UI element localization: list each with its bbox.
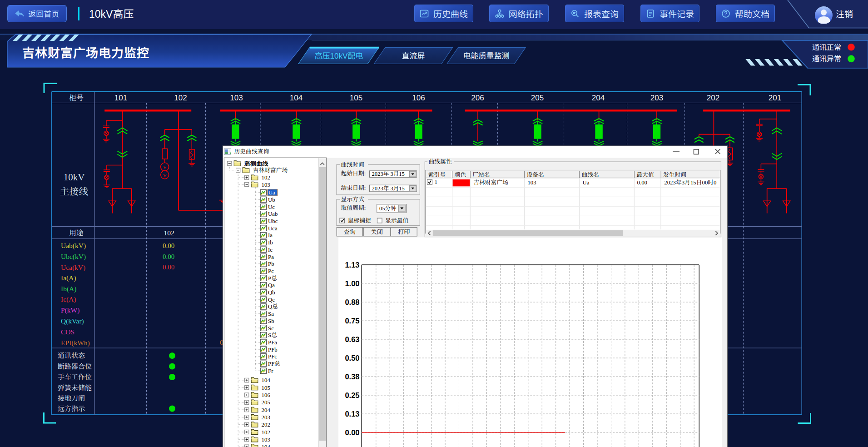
svg-text:手车工作位: 手车工作位 [58, 373, 92, 381]
svg-text:103: 103 [262, 437, 270, 443]
svg-text:远方指示: 远方指示 [58, 405, 85, 412]
svg-text:203: 203 [650, 94, 663, 102]
svg-text:起始日期:: 起始日期: [341, 170, 366, 177]
svg-text:显示最值: 显示最值 [385, 218, 408, 224]
svg-text:历史曲线查询: 历史曲线查询 [234, 149, 269, 155]
svg-text:接地刀闸: 接地刀闸 [58, 395, 85, 402]
svg-text:显示方式: 显示方式 [341, 196, 364, 203]
svg-text:0.00: 0.00 [345, 428, 359, 437]
svg-text:Ic: Ic [268, 247, 273, 253]
svg-text:颜色: 颜色 [455, 172, 466, 178]
svg-text:Sa: Sa [268, 311, 274, 317]
svg-text:Pc: Pc [268, 268, 274, 274]
svg-text:104: 104 [262, 377, 271, 383]
svg-text:102: 102 [262, 174, 270, 181]
svg-text:104: 104 [290, 94, 303, 102]
svg-text:曲线名: 曲线名 [581, 172, 599, 178]
svg-text:106: 106 [262, 392, 271, 398]
svg-text:1: 1 [435, 179, 437, 185]
svg-text:10kV: 10kV [64, 172, 85, 183]
svg-text:Ubc: Ubc [268, 218, 278, 224]
svg-text:吉林财富广场: 吉林财富广场 [473, 179, 508, 186]
svg-text:106: 106 [412, 94, 425, 102]
svg-text:2023年 3月15: 2023年 3月15 [372, 171, 405, 177]
svg-text:Qb: Qb [268, 289, 275, 296]
svg-text:V: V [163, 173, 167, 178]
svg-text:Ub: Ub [268, 197, 275, 203]
svg-text:0.63: 0.63 [345, 335, 359, 343]
svg-text:205: 205 [531, 94, 544, 102]
svg-text:105: 105 [262, 385, 270, 391]
svg-text:0.00: 0.00 [637, 179, 647, 186]
svg-text:Ib: Ib [268, 239, 273, 246]
svg-text:厂站名: 厂站名 [472, 172, 490, 178]
svg-text:结束日期:: 结束日期: [341, 185, 366, 191]
svg-text:1.00: 1.00 [345, 279, 359, 288]
svg-text:0.25: 0.25 [345, 391, 359, 399]
svg-text:查询: 查询 [344, 228, 356, 235]
svg-text:0.50: 0.50 [345, 354, 359, 362]
svg-text:Qc: Qc [268, 297, 275, 303]
svg-text:105: 105 [350, 94, 362, 102]
svg-text:遥测曲线: 遥测曲线 [244, 160, 269, 167]
svg-text:Q(kVar): Q(kVar) [61, 317, 84, 325]
svg-text:204: 204 [592, 94, 605, 102]
svg-text:201: 201 [769, 94, 781, 102]
svg-text:0.75: 0.75 [345, 317, 359, 325]
svg-text:0.13: 0.13 [345, 410, 359, 418]
svg-text:Fr: Fr [268, 368, 273, 374]
svg-text:203: 203 [262, 414, 270, 421]
svg-text:Ua: Ua [582, 179, 589, 186]
svg-text:通讯状态: 通讯状态 [58, 352, 85, 359]
svg-text:P(kW): P(kW) [61, 306, 79, 314]
svg-text:1.13: 1.13 [345, 261, 359, 269]
svg-text:Qa: Qa [268, 282, 275, 288]
svg-text:Uab(kV): Uab(kV) [61, 242, 86, 250]
svg-text:通讯正常: 通讯正常 [812, 44, 841, 51]
svg-text:曲线时间: 曲线时间 [341, 162, 364, 168]
svg-text:直流屏: 直流屏 [402, 52, 425, 60]
svg-text:05分钟: 05分钟 [379, 205, 397, 212]
svg-text:PFb: PFb [268, 347, 278, 353]
svg-text:关闭: 关闭 [371, 228, 383, 235]
svg-text:102: 102 [174, 94, 187, 102]
svg-text:发生时间: 发生时间 [663, 172, 686, 178]
svg-text:0.00: 0.00 [163, 263, 174, 271]
svg-text:Uca(kV): Uca(kV) [61, 263, 85, 272]
svg-text:PFa: PFa [268, 339, 277, 346]
svg-text:V: V [163, 164, 167, 170]
svg-text:Uc: Uc [268, 204, 275, 210]
svg-text:102: 102 [164, 229, 174, 237]
svg-text:103: 103 [230, 94, 243, 102]
svg-text:204: 204 [262, 407, 271, 413]
svg-text:2023年3月15日00时0: 2023年3月15日00时0 [664, 179, 716, 186]
svg-text:Uab: Uab [268, 211, 278, 217]
svg-text:吉林财富广场电力监控: 吉林财富广场电力监控 [22, 46, 149, 60]
svg-text:PF总: PF总 [268, 361, 280, 367]
svg-text:0.00: 0.00 [163, 253, 174, 260]
svg-text:101: 101 [114, 94, 127, 102]
svg-text:高压10kV配电: 高压10kV配电 [315, 52, 363, 60]
svg-text:断路器合位: 断路器合位 [58, 363, 92, 370]
svg-text:曲线属性: 曲线属性 [429, 159, 452, 165]
svg-text:通讯异常: 通讯异常 [812, 55, 841, 63]
svg-text:S总: S总 [268, 332, 277, 338]
svg-text:PFc: PFc [268, 353, 277, 360]
svg-text:103: 103 [527, 179, 536, 186]
svg-text:Ubc(kV): Ubc(kV) [61, 253, 86, 261]
svg-text:P总: P总 [268, 275, 277, 282]
svg-text:0.38: 0.38 [345, 372, 359, 381]
svg-text:2023年 3月15: 2023年 3月15 [372, 185, 405, 192]
svg-text:Uca: Uca [268, 225, 278, 232]
svg-text:Pb: Pb [268, 261, 274, 267]
svg-text:202: 202 [707, 94, 719, 102]
svg-text:最大值: 最大值 [636, 172, 654, 178]
svg-text:0.88: 0.88 [345, 298, 359, 306]
svg-text:柜号: 柜号 [69, 94, 84, 102]
svg-text:Sc: Sc [268, 325, 274, 332]
svg-text:Ia(A): Ia(A) [61, 274, 76, 282]
svg-text:EPI(kWh): EPI(kWh) [61, 339, 90, 347]
svg-text:102: 102 [262, 429, 270, 436]
svg-text:Q总: Q总 [268, 303, 278, 310]
svg-text:打印: 打印 [398, 228, 410, 235]
